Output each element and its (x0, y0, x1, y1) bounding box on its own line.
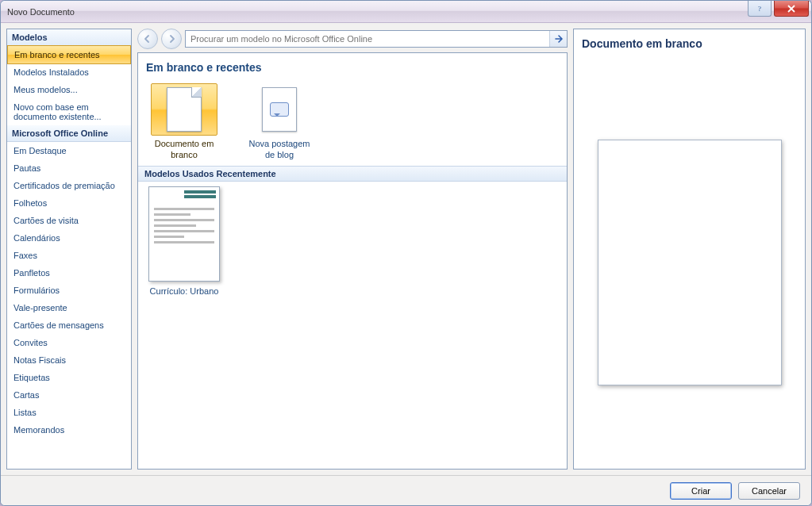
sidebar-header-online: Microsoft Office Online (7, 125, 131, 142)
new-document-dialog: Novo Documento ? Modelos Em branco e rec… (0, 0, 812, 506)
preview-title: Documento em branco (574, 29, 805, 56)
recent-header: Modelos Usados Recentemente (138, 166, 567, 182)
sidebar-item-calendars[interactable]: Calendários (7, 229, 131, 247)
nav-forward-button[interactable] (161, 29, 182, 49)
titlebar: Novo Documento ? (1, 1, 811, 23)
section-title: Em branco e recentes (138, 53, 567, 79)
search-input[interactable] (186, 31, 549, 47)
sidebar-item-award-certs[interactable]: Certificados de premiação (7, 177, 131, 194)
tile-new-blog-post[interactable]: Nova postagem de blog (241, 83, 317, 161)
titlebar-buttons: ? (748, 1, 811, 17)
templates-content: Em branco e recentes Documento em branco (137, 52, 568, 470)
blog-post-icon (246, 83, 313, 136)
sidebar-item-flyers[interactable]: Panfletos (7, 264, 131, 282)
sidebar-scroll[interactable]: Modelos Em branco e recentes Modelos Ins… (7, 29, 131, 469)
tile-label: Nova postagem de blog (241, 139, 317, 161)
svg-text:?: ? (758, 5, 761, 13)
sidebar-item-memos[interactable]: Memorandos (7, 421, 131, 439)
dialog-body: Modelos Em branco e recentes Modelos Ins… (1, 23, 811, 505)
sidebar-item-business-cards[interactable]: Cartões de visita (7, 212, 131, 229)
create-button[interactable]: Criar (670, 482, 732, 500)
center-panel: Em branco e recentes Documento em branco (137, 29, 568, 470)
main-row: Modelos Em branco e recentes Modelos Ins… (1, 23, 811, 475)
sidebar-item-lists[interactable]: Listas (7, 404, 131, 421)
sidebar-item-gift-cert[interactable]: Vale-presente (7, 299, 131, 316)
tiles-row: Documento em branco Nova postagem de blo… (138, 79, 567, 166)
sidebar-item-featured[interactable]: Em Destaque (7, 142, 131, 159)
template-thumbnail (148, 186, 220, 282)
recent-row: Currículo: Urbano (138, 182, 567, 302)
cancel-button[interactable]: Cancelar (738, 482, 800, 500)
tile-label: Documento em branco (146, 139, 222, 161)
close-button[interactable] (774, 1, 809, 17)
sidebar-item-agendas[interactable]: Pautas (7, 159, 131, 177)
sidebar-item-forms[interactable]: Formulários (7, 282, 131, 299)
search-go-button[interactable] (549, 31, 567, 47)
sidebar-item-from-existing[interactable]: Novo com base em documento existente... (7, 98, 131, 125)
recent-template-urban-resume[interactable]: Currículo: Urbano (146, 186, 222, 297)
recent-template-label: Currículo: Urbano (148, 286, 221, 297)
sidebar-item-faxes[interactable]: Faxes (7, 247, 131, 264)
window-title: Novo Documento (7, 7, 75, 17)
sidebar-item-invitations[interactable]: Convites (7, 334, 131, 351)
template-sidebar: Modelos Em branco e recentes Modelos Ins… (6, 29, 132, 470)
search-box (185, 30, 568, 48)
sidebar-item-greeting-cards[interactable]: Cartões de mensagens (7, 316, 131, 334)
sidebar-item-labels[interactable]: Etiquetas (7, 369, 131, 386)
help-button[interactable]: ? (748, 1, 772, 17)
preview-page (598, 140, 782, 385)
nav-row (137, 29, 568, 49)
sidebar-item-blank-recent[interactable]: Em branco e recentes (7, 45, 131, 64)
sidebar-item-installed[interactable]: Modelos Instalados (7, 63, 131, 81)
dialog-footer: Criar Cancelar (1, 475, 811, 505)
sidebar-item-brochures[interactable]: Folhetos (7, 194, 131, 212)
tile-blank-document[interactable]: Documento em branco (146, 83, 222, 161)
preview-page-wrap (574, 56, 805, 469)
sidebar-item-invoices[interactable]: Notas Fiscais (7, 351, 131, 369)
blank-document-icon (151, 83, 217, 136)
sidebar-item-my-templates[interactable]: Meus modelos... (7, 81, 131, 98)
preview-pane: Documento em branco (573, 29, 806, 470)
sidebar-item-letters[interactable]: Cartas (7, 386, 131, 404)
sidebar-header-templates: Modelos (7, 29, 131, 46)
nav-back-button[interactable] (137, 29, 158, 49)
